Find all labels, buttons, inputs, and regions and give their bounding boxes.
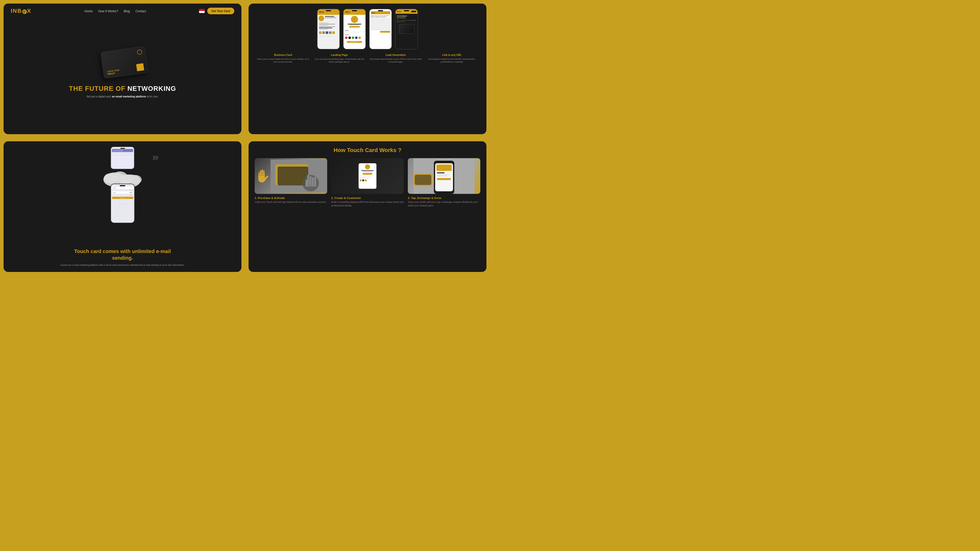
svg-rect-21 <box>437 176 447 176</box>
nav-how-it-works[interactable]: How It Works? <box>98 10 118 13</box>
feature-lead-gen: Lead Generation Send leads automatically… <box>369 54 423 63</box>
feature-desc-1: Share your contact details and links to … <box>256 58 310 63</box>
name-tag: JOHN DOE <box>118 203 127 205</box>
feature-desc-4: Send people straight to your website, do… <box>425 58 479 63</box>
feature-title-2: Landing Page <box>313 54 366 56</box>
svg-rect-18 <box>436 165 452 171</box>
clicked-value: 0.00% <box>129 192 132 193</box>
step-2-image <box>331 158 404 194</box>
social-label: Social <box>344 33 366 36</box>
phone-notch-1 <box>326 10 331 11</box>
clicked-label: Clicked <box>113 192 116 193</box>
screen-logo-1: INB@X <box>319 11 324 13</box>
phone-notch-2 <box>352 10 357 11</box>
email-text-section: Touch card comes with unlimited e-mail s… <box>3 245 242 272</box>
svg-rect-24 <box>415 175 431 185</box>
how-title: How Touch Card Works ? <box>255 147 480 154</box>
card-visual-small <box>399 24 414 34</box>
email-description: Access our e-mail marketing platform wit… <box>11 263 234 267</box>
steps-grid: 1. Purchase & Activate Order your Touch … <box>255 158 480 207</box>
phone-screenshots: INB@X <box>254 9 481 49</box>
connect-mock-btn <box>363 173 372 175</box>
future-text-small: THE FUTURE OFNETWORKING <box>397 15 416 19</box>
opened-label: Opened <box>113 187 116 189</box>
feature-title-4: Link to any URL <box>425 54 479 56</box>
clicked-row: Clicked 0.00% <box>112 191 133 194</box>
feature-desc-3: Send leads automatically to your CRM or … <box>369 58 423 63</box>
how-panel: How Touch Card Works ? 1. Purchase & Act… <box>248 141 487 272</box>
get-card-button[interactable]: Get Your Card <box>207 8 234 14</box>
email-heading: Touch card comes with unlimited e-mail s… <box>11 248 234 261</box>
phone-business-card: INB@X <box>317 9 340 49</box>
profile-sub-mock <box>363 171 372 172</box>
nav-links: Home How It Works? Blog Contact <box>84 9 146 13</box>
step-3: 3. Tap, Exchange & Grow Share your profi… <box>408 158 480 207</box>
step-2-desc: Build a compelling digital profile that … <box>331 200 404 207</box>
step-2-number: 2. Create & Customize <box>331 197 404 200</box>
profile-image-mock <box>365 164 370 169</box>
svg-rect-11 <box>310 176 311 187</box>
svg-rect-14 <box>305 179 307 187</box>
nav-contact[interactable]: Contact <box>135 10 146 13</box>
wifi-signal-icon: )))) <box>153 156 158 160</box>
phone-lead-generation: INB@X Please enter your contact informat… <box>369 9 392 49</box>
feature-landing-page: Landing Page Your own personal landing p… <box>313 54 366 63</box>
svg-rect-10 <box>307 175 309 186</box>
step-2: 2. Create & Customize Build a compelling… <box>331 158 404 207</box>
step-3-number: 3. Tap, Exchange & Grow <box>408 197 480 200</box>
phone-notch-4 <box>404 10 409 11</box>
features-grid: Business Card Share your contact details… <box>254 54 481 63</box>
step-3-image <box>408 158 480 194</box>
phone-screen-2: INB@X About Social <box>344 9 366 49</box>
phone-notch-3 <box>378 10 383 11</box>
hero-title: THE FUTURE OF NETWORKING <box>69 85 176 93</box>
hero-content: JOHN DOE INB@X THE FUTURE OF NETWORKING … <box>3 18 242 134</box>
step-1-number: 1. Purchase & Activate <box>255 197 327 200</box>
qr-code-icon <box>136 63 144 71</box>
logo-icon: @ <box>22 10 27 14</box>
step-1-image <box>255 158 327 194</box>
logo: INB@X <box>11 8 32 14</box>
email-visual: Last Sent Campaign )))) JOHN DOE <box>3 141 242 245</box>
phone-notch-email <box>120 185 125 186</box>
step-1-desc: Order your Touch card and get started wi… <box>255 200 327 204</box>
campaign-label: Last Sent Campaign <box>113 150 123 151</box>
feature-link-url: Link to any URL Send people straight to … <box>425 54 479 63</box>
nfc-card-front: JOHN DOE INB@X <box>100 46 148 79</box>
phone-screen-4: INB@X THE FUTURE OFNETWORKING Not just a… <box>396 9 417 49</box>
profile-name-mock <box>361 170 374 171</box>
svg-point-5 <box>129 175 142 184</box>
profile-card-mock <box>359 163 376 189</box>
card-visual: JOHN DOE INB@X <box>97 49 148 79</box>
opened-row: Opened - <box>112 187 133 189</box>
feature-desc-2: Your own personal landing page, customis… <box>313 58 366 63</box>
hero-panel: INB@X Home How It Works? Blog Contact Ge… <box>3 3 242 134</box>
email-panel: Last Sent Campaign )))) JOHN DOE <box>3 141 242 272</box>
send-now-button[interactable]: Send Now <box>112 197 133 199</box>
hero-subtitle: Not just a digital card; an email market… <box>86 95 158 98</box>
svg-rect-22 <box>437 178 451 180</box>
campaign-bar: Last Sent Campaign <box>112 149 133 152</box>
step-3-desc: Share your profile with just a tap, exch… <box>408 200 480 207</box>
svg-rect-19 <box>437 172 445 173</box>
features-panel: INB@X <box>248 3 487 134</box>
top-email-screen: Last Sent Campaign <box>111 147 134 169</box>
feature-title-1: Business Card <box>256 54 310 56</box>
about-label: About <box>344 29 366 32</box>
feature-business-card: Business Card Share your contact details… <box>256 54 310 63</box>
nav-blog[interactable]: Blog <box>124 10 130 13</box>
navigation: INB@X Home How It Works? Blog Contact Ge… <box>3 3 242 18</box>
svg-rect-20 <box>437 174 450 175</box>
svg-rect-13 <box>314 176 316 187</box>
phone-screen-1: INB@X <box>318 9 339 49</box>
step-1: 1. Purchase & Activate Order your Touch … <box>255 158 327 207</box>
send-button-mock <box>380 31 390 33</box>
screen-logo-2: INB@X <box>345 11 350 13</box>
phone-landing-page: INB@X About Social <box>343 9 366 49</box>
phone-screen-3: INB@X Please enter your contact informat… <box>369 9 391 49</box>
feature-title-3: Lead Generation <box>369 54 423 56</box>
nav-home[interactable]: Home <box>84 10 93 13</box>
turkish-flag-icon <box>199 9 205 13</box>
phone-link-url: INB@X THE FUTURE OFNETWORKING Not just a… <box>395 9 418 49</box>
phone-campaign-top: Last Sent Campaign <box>110 146 135 169</box>
